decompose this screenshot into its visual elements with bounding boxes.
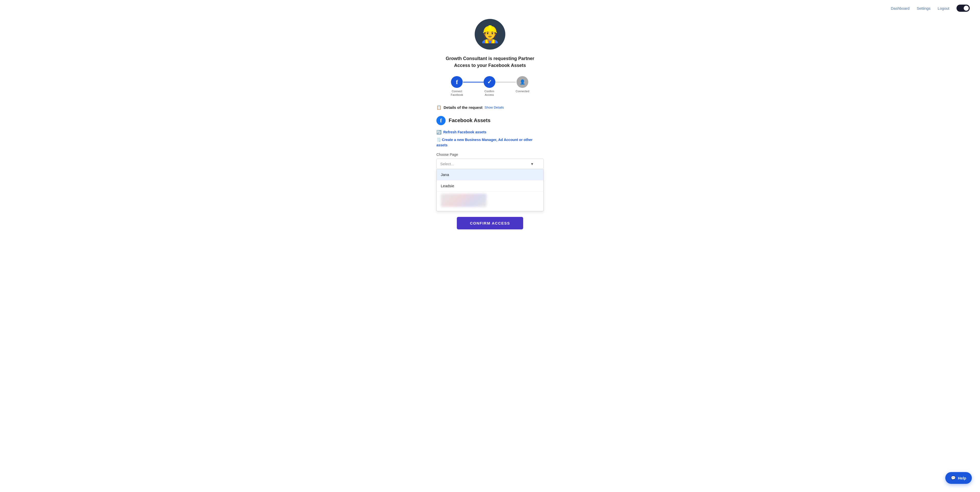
- details-row: 📋 Details of the request Show Details: [436, 105, 544, 110]
- help-label: Help: [958, 476, 966, 480]
- avatar-image: 👷: [480, 26, 500, 42]
- refresh-icon: 🔄: [436, 130, 442, 135]
- nav-logout[interactable]: Logout: [938, 6, 950, 11]
- step-connected: 👤 Connected: [516, 76, 529, 93]
- page-select-wrap: Select... ▾: [436, 159, 544, 169]
- dropdown-item-leadsie[interactable]: Leadsie: [437, 181, 543, 192]
- dropdown-blurred-row: [437, 192, 543, 211]
- create-icon: 🗒️: [436, 138, 441, 142]
- create-assets-link[interactable]: Create a new Business Manager, Ad Accoun…: [436, 138, 533, 147]
- avatar: 👷: [475, 19, 505, 50]
- step-confirm-access: ✓ ConfirmAccess: [484, 76, 495, 97]
- select-placeholder: Select...: [440, 162, 454, 166]
- dark-mode-toggle[interactable]: [956, 5, 970, 12]
- fb-assets-title: Facebook Assets: [449, 118, 490, 123]
- nav-settings[interactable]: Settings: [917, 6, 931, 11]
- connector-2: [495, 82, 516, 83]
- refresh-facebook-assets-link[interactable]: 🔄 Refresh Facebook assets: [436, 130, 544, 135]
- step2-label: ConfirmAccess: [484, 89, 494, 97]
- fb-assets-header: f Facebook Assets: [436, 116, 544, 125]
- details-label: Details of the request: [444, 105, 483, 110]
- page-select[interactable]: Select... ▾: [436, 159, 544, 169]
- help-button[interactable]: 💬 Help: [945, 472, 972, 484]
- step3-circle: 👤: [517, 76, 528, 88]
- step-connect-facebook: f ConnectFacebook: [451, 76, 463, 97]
- step2-circle: ✓: [484, 76, 495, 88]
- chevron-down-icon: ▾: [531, 161, 533, 166]
- facebook-icon: f: [436, 116, 445, 125]
- main-content: 👷 Growth Consultant is requesting Partne…: [0, 16, 980, 250]
- page-dropdown: Jana Leadsie: [436, 169, 544, 211]
- connector-1: [463, 82, 484, 83]
- create-assets-wrap: 🗒️ Create a new Business Manager, Ad Acc…: [436, 137, 544, 148]
- confirm-access-button[interactable]: CONFIRM ACCESS: [457, 217, 523, 229]
- nav-dashboard[interactable]: Dashboard: [891, 6, 910, 11]
- step2-icon: ✓: [487, 79, 492, 85]
- refresh-label: Refresh Facebook assets: [443, 130, 487, 134]
- step3-label: Connected: [516, 89, 529, 93]
- choose-page-label: Choose Page: [436, 152, 544, 157]
- dropdown-item-jana[interactable]: Jana: [437, 169, 543, 181]
- blurred-content: [441, 193, 487, 207]
- details-emoji: 📋: [436, 105, 442, 110]
- step1-label: ConnectFacebook: [451, 89, 463, 97]
- show-details-link[interactable]: Show Details: [485, 105, 504, 109]
- step1-icon: f: [456, 79, 458, 86]
- stepper: f ConnectFacebook ✓ ConfirmAccess 👤 Conn…: [451, 76, 529, 97]
- page-title: Growth Consultant is requesting Partner …: [442, 55, 538, 69]
- navigation: Dashboard Settings Logout: [0, 0, 980, 16]
- step3-icon: 👤: [520, 79, 525, 85]
- help-icon: 💬: [951, 476, 956, 480]
- step1-circle: f: [451, 76, 463, 88]
